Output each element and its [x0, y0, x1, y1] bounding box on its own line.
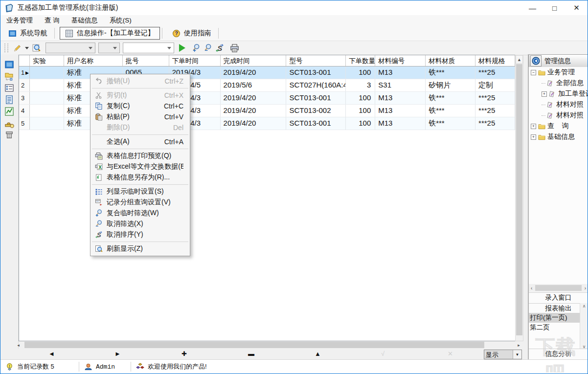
report-list-item[interactable]: 第二页 — [529, 323, 580, 332]
table-cell[interactable]: SCT013-002 — [286, 105, 346, 117]
column-header-5[interactable]: 完成时间 — [221, 55, 287, 66]
table-cell[interactable]: 2019/5/6 — [221, 79, 287, 91]
scrollbar-thumb[interactable] — [516, 64, 522, 335]
menu-query[interactable]: 查 询 — [39, 15, 66, 26]
expand-icon[interactable]: + — [542, 91, 547, 97]
table-cell[interactable]: 100 — [346, 66, 375, 79]
post-record-button[interactable]: √ — [381, 350, 384, 357]
table-cell[interactable]: 100 — [346, 105, 375, 117]
table-cell[interactable]: 铁*** — [426, 105, 475, 117]
info-analysis-bar[interactable]: 信息分析 — [529, 349, 588, 360]
table-cell[interactable]: 铁*** — [426, 117, 475, 130]
document-icon[interactable] — [4, 94, 15, 105]
menu-base-info[interactable]: 基础信息 — [66, 15, 104, 26]
scroll-up-icon[interactable]: ▲ — [516, 55, 523, 64]
menu-item[interactable]: 记录分组查询设置(V) — [90, 197, 190, 208]
menu-item[interactable]: 列显示临时设置(S) — [90, 186, 190, 197]
column-header-10[interactable]: 材料规格 — [475, 55, 515, 66]
tree-node-folder[interactable]: +基础信息 — [529, 132, 588, 142]
menu-item[interactable]: 全选(A)Ctrl+A — [90, 136, 190, 147]
maximize-button[interactable]: □ — [543, 0, 565, 15]
cancel-sort-icon[interactable]: S — [214, 43, 226, 53]
expand-icon[interactable]: + — [531, 134, 536, 140]
run-filter-icon[interactable] — [179, 44, 185, 52]
scroll-left-icon[interactable]: ◂ — [15, 341, 22, 349]
menu-item[interactable]: 粘贴(P)Ctrl+V — [90, 111, 190, 122]
table-cell[interactable] — [30, 92, 64, 104]
scroll-up-icon[interactable]: ∧ — [580, 304, 588, 308]
table-horizontal-scrollbar[interactable]: ◂ ▸ — [19, 341, 522, 349]
chart-icon[interactable] — [4, 106, 15, 117]
table-cell[interactable]: 铁*** — [426, 92, 475, 104]
report-vertical-scrollbar[interactable]: ∧ ∨ — [580, 303, 588, 350]
back-circle-icon[interactable] — [530, 55, 542, 66]
row-number-cell[interactable]: 2 — [19, 79, 30, 91]
table-cell[interactable]: M13 — [375, 66, 426, 79]
collapse-icon[interactable]: − — [531, 70, 536, 75]
table-cell[interactable]: 100 — [346, 92, 375, 104]
table-cell[interactable]: SCT013-001 — [286, 117, 346, 130]
tree-node-leaf[interactable]: +加工单登记 — [529, 88, 588, 99]
table-cell[interactable]: SCT013-001 — [286, 66, 346, 79]
column-header-9[interactable]: 材料材质 — [426, 55, 475, 66]
table-cell[interactable]: ***25 — [475, 66, 515, 79]
table-cell[interactable]: S31 — [375, 79, 426, 91]
menu-system[interactable]: 系统(S) — [104, 15, 137, 26]
tree-node-leaf[interactable]: 材料对照 — [529, 99, 588, 110]
table-cell[interactable] — [30, 105, 64, 117]
search-icon[interactable] — [31, 43, 43, 53]
tree-node-leaf[interactable]: 材料对照 — [529, 110, 588, 121]
operator-combo[interactable] — [98, 43, 120, 53]
chevron-down-icon[interactable]: ▼ — [513, 350, 521, 359]
scroll-left-icon[interactable]: ‹ — [529, 286, 534, 291]
tree-horizontal-scrollbar[interactable]: ‹› — [529, 284, 588, 292]
insert-record-button[interactable]: ✚ — [181, 350, 187, 357]
table-cell[interactable]: 矽钢片 — [426, 79, 475, 91]
management-header[interactable]: 管理信息 — [529, 54, 588, 67]
menu-item[interactable]: 复制(C)Ctrl+C — [90, 101, 190, 111]
table-cell[interactable] — [30, 66, 64, 79]
menu-item[interactable]: S取消排序(Y) — [90, 229, 190, 240]
column-header-3[interactable]: 批号 — [123, 55, 169, 66]
tree-node-folder[interactable]: +查 询 — [529, 121, 588, 132]
table-cell[interactable]: M13 — [375, 105, 426, 117]
menu-item[interactable]: 取消筛选(X) — [90, 219, 190, 229]
table-cell[interactable]: 3 — [346, 79, 375, 91]
info-operation-button[interactable]: 信息操作-【加工单登记】 — [60, 27, 160, 40]
table-vertical-scrollbar[interactable]: ▲ — [515, 55, 523, 341]
scroll-right-icon[interactable]: › — [583, 286, 588, 291]
menu-item[interactable]: 复合临时筛选(W) — [90, 208, 190, 219]
tree-node-leaf[interactable]: 全部信息 — [529, 78, 588, 88]
scroll-right-icon[interactable]: ▸ — [515, 341, 522, 349]
report-list-item[interactable]: 打印(第一页) — [529, 313, 580, 323]
stamp-icon[interactable] — [4, 118, 15, 129]
menu-item[interactable]: X与Excel等文件交换数据(E) — [90, 161, 190, 172]
scrollbar-thumb[interactable] — [535, 285, 581, 291]
tree-node-folder[interactable]: −业务管理 — [529, 67, 588, 78]
nav-square-icon[interactable] — [4, 59, 15, 70]
table-cell[interactable]: 2019/4/20 — [221, 117, 287, 130]
table-cell[interactable]: ***25 — [475, 92, 515, 104]
table-cell[interactable]: 100 — [346, 117, 375, 130]
list-view-icon[interactable] — [4, 83, 15, 93]
column-header-7[interactable]: 下单数量 — [346, 55, 375, 66]
expand-icon[interactable]: + — [531, 124, 536, 129]
table-cell[interactable]: ***25 — [475, 117, 515, 130]
cancel-record-button[interactable]: ✕ — [448, 350, 453, 357]
edit-pencil-button[interactable] — [11, 43, 23, 53]
table-cell[interactable] — [30, 117, 64, 130]
filter-value-combo[interactable] — [123, 43, 174, 53]
table-cell[interactable]: 铁*** — [426, 66, 475, 79]
table-cell[interactable] — [30, 79, 64, 91]
edit-record-button[interactable]: ▲ — [315, 350, 321, 357]
menu-item[interactable]: 表格信息打印预览(Q) — [90, 151, 190, 161]
table-cell[interactable]: SCT013-001 — [286, 92, 346, 104]
folder-tree-icon[interactable] — [4, 71, 15, 82]
menu-item[interactable]: 表格信息另存为(R)... — [90, 172, 190, 183]
system-nav-button[interactable]: 系统导航 — [3, 27, 52, 39]
minimize-button[interactable]: — — [521, 0, 543, 15]
entry-window-bar[interactable]: 录入窗口 — [529, 292, 588, 304]
row-number-cell[interactable]: 4 — [19, 105, 30, 117]
table-cell[interactable]: 2019/4/20 — [221, 66, 287, 79]
table-cell[interactable]: 2019/4/20 — [221, 105, 287, 117]
